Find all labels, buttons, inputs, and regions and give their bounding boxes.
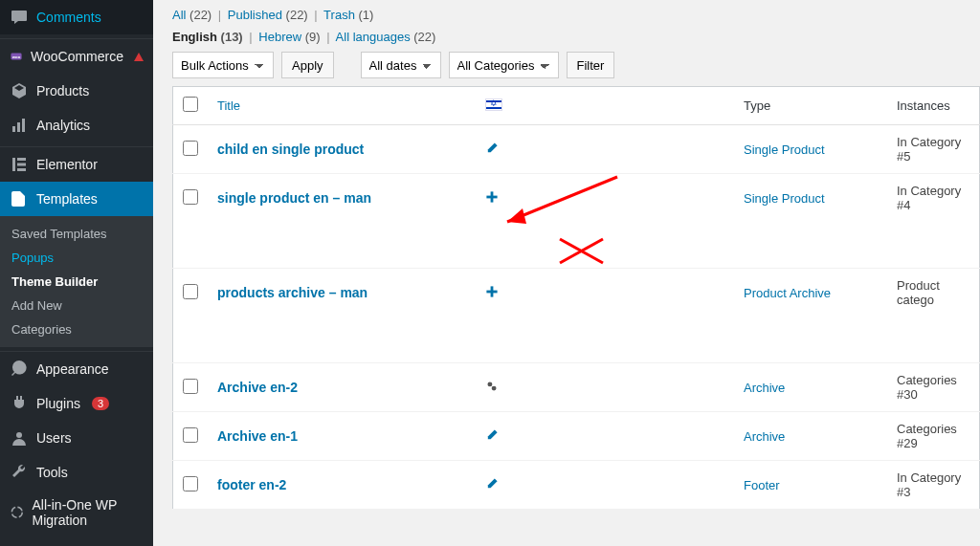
elementor-icon (10, 155, 29, 174)
sidebar-item-comments[interactable]: Comments (0, 0, 153, 34)
date-filter-select[interactable]: All dates (361, 52, 441, 78)
sidebar-item-aiowp[interactable]: All-in-One WP Migration (0, 490, 153, 535)
row-type-link[interactable]: Single Product (744, 191, 825, 206)
users-icon (10, 428, 29, 448)
pencil-icon[interactable] (485, 142, 499, 158)
plus-icon[interactable] (485, 285, 499, 301)
row-checkbox[interactable] (183, 476, 198, 491)
svg-rect-4 (22, 119, 25, 132)
table-row: child en single productSingle ProductIn … (173, 125, 980, 174)
sidebar-item-products[interactable]: Products (0, 74, 153, 108)
plus-icon[interactable] (485, 190, 499, 207)
row-checkbox[interactable] (183, 379, 198, 394)
table-row: single product en – manSingle ProductIn … (173, 174, 980, 269)
table-row: products archive – manProduct ArchivePro… (173, 269, 980, 363)
svg-rect-7 (17, 164, 26, 166)
sidebar-item-tools[interactable]: Tools (0, 455, 153, 490)
bulk-actions-select[interactable]: Bulk Actions (172, 52, 274, 78)
row-type-link[interactable]: Archive (744, 381, 785, 395)
row-title-link[interactable]: single product en – man (217, 190, 371, 206)
filter-english[interactable]: English (13) (172, 30, 243, 44)
filter-all[interactable]: All (22) (172, 8, 212, 22)
row-instances: Categories #30 (887, 363, 980, 412)
row-checkbox[interactable] (183, 284, 198, 299)
row-type-link[interactable]: Product Archive (744, 286, 831, 300)
submenu-popups[interactable]: Popups (0, 246, 153, 270)
svg-rect-8 (17, 168, 26, 171)
sidebar-label: Templates (36, 191, 98, 207)
sidebar-label: Analytics (36, 118, 90, 133)
warning-icon (134, 53, 144, 61)
title-header[interactable]: Title (208, 87, 476, 125)
svg-point-15 (487, 382, 492, 386)
sidebar-label: All-in-One WP Migration (33, 497, 144, 528)
update-count-badge: 3 (92, 397, 109, 410)
row-title-link[interactable]: Archive en-1 (217, 428, 298, 444)
row-instances: Product catego (887, 269, 980, 363)
sidebar-label: Users (36, 430, 72, 446)
row-type-link[interactable]: Single Product (744, 142, 825, 157)
sidebar-item-templates[interactable]: Templates (0, 182, 153, 216)
filter-hebrew[interactable]: Hebrew (9) (258, 30, 320, 44)
status-filter-row: All (22) | Published (22) | Trash (1) (172, 8, 980, 22)
svg-text:woo: woo (11, 55, 21, 59)
row-type-link[interactable]: Footer (744, 478, 780, 492)
category-filter-select[interactable]: All Categories (449, 52, 559, 78)
comment-icon (10, 8, 29, 27)
sidebar-label: Elementor (36, 157, 98, 172)
row-instances: In Category #4 (887, 174, 980, 269)
apply-button[interactable]: Apply (281, 52, 334, 78)
filter-trash[interactable]: Trash (1) (323, 8, 373, 22)
svg-rect-6 (17, 158, 26, 161)
admin-sidebar: Comments woo WooCommerce Products Analyt… (0, 0, 153, 546)
svg-rect-14 (486, 290, 497, 293)
pencil-icon[interactable] (485, 428, 499, 445)
table-row: Archive en-2ArchiveCategories #30 (173, 363, 980, 412)
sidebar-item-plugins[interactable]: Plugins 3 (0, 386, 153, 421)
svg-point-16 (492, 385, 497, 390)
type-header: Type (734, 87, 887, 125)
sidebar-label: Products (36, 83, 89, 98)
row-checkbox[interactable] (183, 141, 198, 156)
row-title-link[interactable]: Archive en-2 (217, 380, 298, 395)
filter-button[interactable]: Filter (567, 52, 615, 78)
table-row: Archive en-1ArchiveCategories #29 (173, 412, 980, 461)
row-type-link[interactable]: Archive (744, 429, 785, 444)
templates-table: Title ✡ Type Instances child en single p… (172, 86, 980, 510)
sidebar-label: Appearance (36, 361, 109, 377)
tools-icon (10, 463, 29, 482)
main-content: All (22) | Published (22) | Trash (1) En… (153, 0, 980, 546)
migration-icon (10, 503, 25, 522)
row-title-link[interactable]: products archive – man (217, 285, 368, 300)
submenu-saved-templates[interactable]: Saved Templates (0, 222, 153, 246)
pencil-icon[interactable] (485, 477, 499, 493)
submenu-add-new[interactable]: Add New (0, 294, 153, 317)
sidebar-item-woocommerce[interactable]: woo WooCommerce (0, 39, 153, 74)
sidebar-item-analytics[interactable]: Analytics (0, 108, 153, 142)
row-checkbox[interactable] (183, 189, 198, 205)
templates-icon (10, 189, 29, 208)
instances-header: Instances (887, 87, 980, 125)
filter-published[interactable]: Published (22) (228, 8, 308, 22)
language-header[interactable]: ✡ (476, 87, 734, 125)
plugins-icon (10, 394, 29, 413)
sidebar-item-appearance[interactable]: Appearance (0, 352, 153, 386)
filter-all-languages[interactable]: All languages (22) (336, 30, 436, 44)
row-instances: Categories #29 (887, 412, 980, 461)
submenu-categories[interactable]: Categories (0, 317, 153, 341)
products-icon (10, 81, 29, 100)
row-instances: In Category #3 (887, 461, 980, 510)
row-title-link[interactable]: child en single product (217, 142, 364, 157)
sidebar-item-elementor[interactable]: Elementor (0, 147, 153, 182)
select-all-checkbox[interactable] (183, 97, 198, 112)
gear-icon[interactable] (485, 380, 499, 396)
row-checkbox[interactable] (183, 427, 198, 443)
svg-rect-5 (12, 158, 15, 171)
sidebar-item-users[interactable]: Users (0, 421, 153, 455)
row-title-link[interactable]: footer en-2 (217, 477, 286, 492)
woocommerce-icon: woo (10, 47, 23, 66)
submenu-theme-builder[interactable]: Theme Builder (0, 270, 153, 294)
svg-rect-12 (486, 195, 497, 198)
language-filter-row: English (13) | Hebrew (9) | All language… (172, 30, 980, 44)
row-instances: In Category #5 (887, 125, 980, 174)
